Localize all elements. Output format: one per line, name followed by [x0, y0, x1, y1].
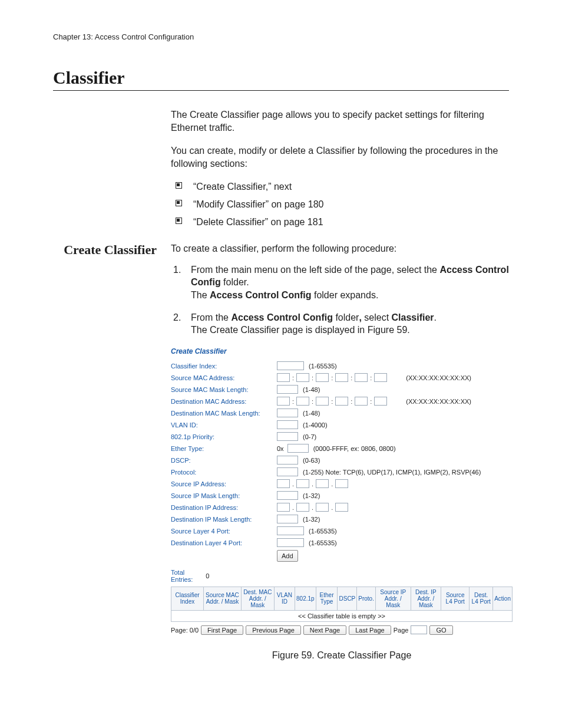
hint: (XX:XX:XX:XX:XX:XX) [406, 397, 471, 406]
col-dscp: DSCP [338, 587, 357, 610]
ip-octet-input[interactable] [277, 503, 290, 512]
subsection-heading: Create Classifier [53, 242, 171, 258]
page-number-input[interactable] [411, 625, 427, 634]
label-src-mac-mask: Source MAC Mask Length: [171, 385, 277, 394]
steps-list: From the main menu on the left side of t… [171, 263, 509, 337]
hint: (1-48) [303, 385, 320, 394]
next-page-button[interactable]: Next Page [303, 625, 346, 635]
priority-input[interactable] [277, 432, 298, 441]
ip-octet-input[interactable] [316, 503, 329, 512]
chapter-header: Chapter 13: Access Control Configuration [53, 32, 509, 41]
label-dscp: DSCP: [171, 456, 277, 465]
previous-page-button[interactable]: Previous Page [246, 625, 301, 635]
intro-paragraph-2: You can create, modify or delete a Class… [171, 144, 509, 170]
mac-octet-input[interactable] [335, 373, 348, 382]
label-dst-mac: Destination MAC Address: [171, 397, 277, 406]
label-ether-type: Ether Type: [171, 444, 277, 453]
col-8021p: 802.1p [295, 587, 316, 610]
bullet-icon [176, 218, 182, 224]
ip-octet-input[interactable] [335, 479, 348, 488]
last-page-button[interactable]: Last Page [349, 625, 391, 635]
mac-octet-input[interactable] [316, 397, 329, 406]
label-src-l4: Source Layer 4 Port: [171, 526, 277, 536]
step-1: From the main menu on the left side of t… [171, 263, 509, 302]
bullet-icon [176, 200, 182, 206]
go-button[interactable]: GO [429, 625, 452, 635]
hint: (1-65535) [309, 538, 337, 548]
ip-octet-input[interactable] [296, 479, 309, 488]
hint: (XX:XX:XX:XX:XX:XX) [406, 373, 471, 383]
add-button[interactable]: Add [277, 550, 298, 562]
link-text: “Modify Classifier” on page 180 [193, 199, 323, 209]
ip-octet-input[interactable] [277, 479, 290, 488]
ip-octet-input[interactable] [316, 479, 329, 488]
link-text: “Delete Classifier” on page 181 [193, 217, 323, 227]
total-entries-value: 0 [206, 572, 209, 579]
mac-octet-input[interactable] [355, 397, 368, 406]
mac-octet-input[interactable] [296, 373, 309, 382]
label-dst-ip: Destination IP Address: [171, 503, 277, 512]
hint: (1-32) [303, 515, 320, 524]
hint: (1-65535) [309, 526, 337, 536]
col-src-mac: Source MAC Addr. / Mask [204, 587, 242, 610]
label-classifier-index: Classifier Index: [171, 361, 277, 371]
src-ip-mask-input[interactable] [277, 491, 298, 500]
col-ether: Ether Type [316, 587, 338, 610]
col-dst-l4: Dest. L4 Port [470, 587, 493, 610]
hint: (1-32) [303, 491, 320, 500]
classifier-index-input[interactable] [277, 361, 304, 370]
bullet-icon [176, 182, 182, 189]
list-item: “Create Classifier,” next [171, 180, 509, 193]
dscp-input[interactable] [277, 456, 298, 465]
src-mac-mask-input[interactable] [277, 385, 298, 394]
intro-paragraph-1: The Create Classifier page allows you to… [171, 108, 509, 134]
mac-octet-input[interactable] [316, 373, 329, 382]
list-item: “Modify Classifier” on page 180 [171, 198, 509, 211]
page-word: Page [394, 627, 409, 634]
label-protocol: Protocol: [171, 467, 277, 477]
hint: (0000-FFFF, ex: 0806, 0800) [313, 444, 396, 453]
hint: (0-63) [303, 456, 320, 465]
label-src-ip: Source IP Address: [171, 479, 277, 489]
page-indicator: Page: 0/0 [171, 627, 199, 634]
hint: (0-7) [303, 432, 316, 442]
pager: Page: 0/0 First Page Previous Page Next … [171, 625, 513, 635]
subsection-lead: To create a classifier, perform the foll… [171, 243, 396, 253]
figure-caption: Figure 59. Create Classifier Page [171, 650, 513, 661]
col-action: Action [493, 587, 513, 610]
label-dst-ip-mask: Destination IP Mask Length: [171, 515, 277, 524]
dst-l4-input[interactable] [277, 538, 304, 547]
vlan-input[interactable] [277, 420, 298, 429]
label-priority: 802.1p Priority: [171, 432, 277, 442]
ether-prefix: 0x [277, 444, 284, 453]
page-title: Classifier [53, 68, 509, 88]
src-l4-input[interactable] [277, 526, 304, 535]
col-src-l4: Source L4 Port [441, 587, 470, 610]
mac-octet-input[interactable] [374, 373, 387, 382]
col-dst-mac: Dest. MAC Addr. / Mask [241, 587, 274, 610]
mac-octet-input[interactable] [374, 397, 387, 406]
ether-type-input[interactable] [287, 444, 309, 453]
col-dst-ip: Dest. IP Addr. / Mask [411, 587, 441, 610]
col-src-ip: Source IP Addr. / Mask [375, 587, 411, 610]
hint: (1-4000) [303, 420, 328, 430]
col-classifier-index: Classifier Index [171, 587, 204, 610]
col-proto: Proto. [357, 587, 376, 610]
mac-octet-input[interactable] [296, 397, 309, 406]
protocol-input[interactable] [277, 467, 298, 476]
ip-octet-input[interactable] [296, 503, 309, 512]
ip-octet-input[interactable] [335, 503, 348, 512]
label-vlan: VLAN ID: [171, 420, 277, 430]
table-empty-row: << Classifier table is empty >> [171, 610, 513, 621]
first-page-button[interactable]: First Page [201, 625, 243, 635]
dst-mac-mask-input[interactable] [277, 409, 298, 417]
mac-octet-input[interactable] [277, 397, 290, 406]
col-vlan: VLAN ID [274, 587, 295, 610]
mac-octet-input[interactable] [355, 373, 368, 382]
mac-octet-input[interactable] [277, 373, 290, 382]
label-src-mac: Source MAC Address: [171, 373, 277, 383]
total-entries-label: Total Entries: [171, 569, 193, 583]
dst-ip-mask-input[interactable] [277, 515, 298, 523]
hint: (1-65535) [309, 361, 337, 371]
mac-octet-input[interactable] [335, 397, 348, 406]
